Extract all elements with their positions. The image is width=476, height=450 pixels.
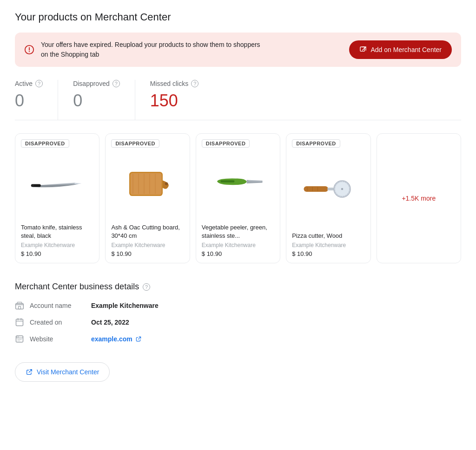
created-value: Oct 25, 2022 xyxy=(91,319,129,326)
missed-clicks-help-icon[interactable]: ? xyxy=(191,80,198,87)
product-image-area-3 xyxy=(202,152,274,218)
svg-rect-28 xyxy=(19,307,21,309)
svg-line-4 xyxy=(363,47,366,50)
product-brand-4: Example Kitchenware xyxy=(292,242,364,248)
product-card-peeler[interactable]: DISAPPROVED Vegetable peeler, green, sta… xyxy=(196,133,280,263)
svg-rect-22 xyxy=(328,188,334,190)
created-label: Created on xyxy=(30,319,86,326)
cutter-image xyxy=(300,170,356,208)
business-rows: Account name Example Kitchenware Created… xyxy=(15,301,461,344)
svg-point-2 xyxy=(29,51,30,52)
product-name-2: Ash & Oac Cutting board, 30*40 cm xyxy=(111,223,184,240)
svg-rect-5 xyxy=(31,184,41,187)
store-icon xyxy=(15,301,24,310)
business-row-account: Account name Example Kitchenware xyxy=(15,301,461,310)
product-brand-3: Example Kitchenware xyxy=(202,242,274,248)
stat-missed-clicks: Missed clicks ? 150 xyxy=(150,80,213,120)
active-help-icon[interactable]: ? xyxy=(35,80,43,87)
peeler-image xyxy=(210,166,266,203)
website-external-icon xyxy=(135,336,142,342)
alert-button-label: Add on Merchant Center xyxy=(370,46,442,53)
svg-point-25 xyxy=(341,188,344,190)
disapproved-badge-1: DISAPPROVED xyxy=(21,139,69,148)
product-card-board[interactable]: DISAPPROVED Ash & Oac Cutting board, 30*… xyxy=(105,133,190,263)
svg-point-15 xyxy=(165,183,167,185)
product-price-4: $ 10.90 xyxy=(292,250,364,257)
product-price-2: $ 10.90 xyxy=(111,250,184,257)
product-name-1: Tomato knife, stainless steal, black xyxy=(21,223,93,240)
product-name-4: Pizza cutter, Wood xyxy=(292,232,364,240)
stats-row: Active ? 0 Disapproved ? 0 Missed clicks… xyxy=(15,80,461,120)
alert-left: Your offers have expired. Reupload your … xyxy=(24,40,260,59)
stat-missed-clicks-value: 150 xyxy=(150,91,198,111)
product-card-knife[interactable]: DISAPPROVED Tomato knife, stainless stea… xyxy=(15,133,99,263)
business-help-icon[interactable]: ? xyxy=(143,283,150,291)
website-icon xyxy=(15,334,24,344)
board-image xyxy=(120,166,176,203)
alert-icon xyxy=(24,45,34,55)
alert-message: Your offers have expired. Reupload your … xyxy=(41,40,260,59)
product-brand-2: Example Kitchenware xyxy=(111,242,184,248)
visit-external-icon xyxy=(26,368,33,376)
website-label: Website xyxy=(30,335,86,343)
business-row-website: Website example.com xyxy=(15,334,461,344)
account-label: Account name xyxy=(30,302,86,309)
svg-rect-36 xyxy=(17,339,22,340)
stat-disapproved-value: 0 xyxy=(73,91,120,111)
business-section: Merchant Center business details ? Accou… xyxy=(15,282,461,344)
visit-merchant-center-button[interactable]: Visit Merchant Center xyxy=(15,362,110,382)
external-link-icon xyxy=(359,46,367,53)
page-title: Your products on Merchant Center xyxy=(15,11,461,23)
product-image-area-2 xyxy=(111,152,184,218)
svg-line-39 xyxy=(29,370,32,372)
stat-active: Active ? 0 xyxy=(15,80,58,120)
svg-point-35 xyxy=(18,337,19,338)
svg-rect-29 xyxy=(16,319,23,326)
svg-rect-37 xyxy=(17,340,20,341)
alert-text-line2: on the Shopping tab xyxy=(41,50,260,59)
disapproved-help-icon[interactable]: ? xyxy=(112,80,120,87)
product-price-1: $ 10.90 xyxy=(21,250,93,257)
svg-point-34 xyxy=(17,337,18,338)
stat-missed-clicks-label: Missed clicks ? xyxy=(150,80,198,87)
svg-rect-9 xyxy=(130,173,161,195)
knife-image xyxy=(29,166,85,203)
disapproved-badge-2: DISAPPROVED xyxy=(111,139,159,148)
website-value[interactable]: example.com xyxy=(91,335,142,343)
disapproved-badge-4: DISAPPROVED xyxy=(292,139,340,148)
more-label: +1.5K more xyxy=(402,195,436,202)
product-name-3: Vegetable peeler, green, stainless ste..… xyxy=(202,223,274,240)
alert-banner: Your offers have expired. Reupload your … xyxy=(15,33,461,67)
calendar-icon xyxy=(15,318,24,327)
account-value: Example Kitchenware xyxy=(91,302,159,309)
product-image-area-1 xyxy=(21,152,93,218)
product-card-cutter[interactable]: DISAPPROVED Pizza cutter, Wood Example K… xyxy=(286,133,370,263)
product-brand-1: Example Kitchenware xyxy=(21,242,93,248)
stat-active-value: 0 xyxy=(15,91,43,111)
disapproved-badge-3: DISAPPROVED xyxy=(202,139,250,148)
stat-active-label: Active ? xyxy=(15,80,43,87)
alert-text-line1: Your offers have expired. Reupload your … xyxy=(41,40,260,50)
add-merchant-center-button[interactable]: Add on Merchant Center xyxy=(349,40,452,59)
visit-button-label: Visit Merchant Center xyxy=(37,368,99,376)
svg-line-38 xyxy=(138,337,140,339)
product-price-3: $ 10.90 xyxy=(202,250,274,257)
product-card-more[interactable]: +1.5K more xyxy=(377,133,461,263)
business-title: Merchant Center business details ? xyxy=(15,282,461,292)
svg-rect-16 xyxy=(220,181,234,183)
stat-disapproved: Disapproved ? 0 xyxy=(73,80,135,120)
business-row-created: Created on Oct 25, 2022 xyxy=(15,318,461,327)
stat-disapproved-label: Disapproved ? xyxy=(73,80,120,87)
product-image-area-4 xyxy=(292,152,364,226)
products-grid: DISAPPROVED Tomato knife, stainless stea… xyxy=(15,133,461,263)
